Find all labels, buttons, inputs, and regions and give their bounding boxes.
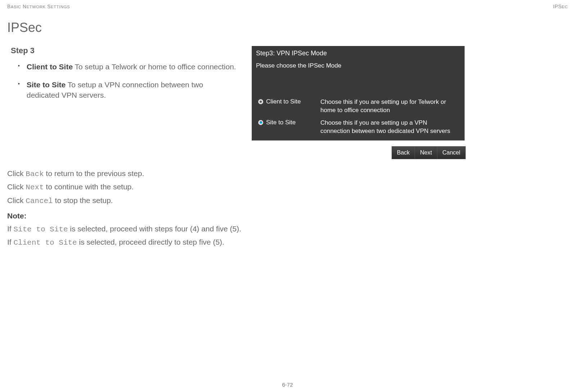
radio-label: Site to Site bbox=[266, 119, 296, 126]
cancel-button[interactable]: Cancel bbox=[437, 147, 465, 159]
list-item: Site to Site To setup a VPN connection b… bbox=[18, 80, 237, 100]
page-header: BASIC NETWORK SETTINGS IPSEC bbox=[7, 4, 568, 9]
radio-description: Choose this if you are setting up for Te… bbox=[320, 98, 458, 115]
button-bar: Back Next Cancel bbox=[392, 146, 466, 159]
bullet-list: Client to Site To setup a Telwork or hom… bbox=[7, 62, 237, 100]
instruction-next: Click Next to continue with the setup. bbox=[7, 181, 568, 193]
radio-option-client-to-site[interactable]: Client to Site Choose this if you are se… bbox=[252, 96, 465, 117]
note-client-to-site: If Client to Site is selected, proceed d… bbox=[7, 236, 568, 249]
page-number: 6-72 bbox=[282, 382, 293, 388]
bullet-term: Client to Site bbox=[27, 63, 73, 71]
next-button[interactable]: Next bbox=[415, 147, 437, 159]
header-right: IPSEC bbox=[553, 4, 568, 9]
list-item: Client to Site To setup a Telwork or hom… bbox=[18, 62, 237, 72]
radio-label: Client to Site bbox=[266, 98, 301, 105]
note-heading: Note: bbox=[7, 210, 568, 222]
panel-subtitle: Please choose the IPSec Mode bbox=[252, 60, 465, 74]
instruction-back: Click Back to return to the previous ste… bbox=[7, 168, 568, 180]
section-title: IPSec bbox=[7, 20, 568, 35]
panel-title: Step3: VPN IPSec Mode bbox=[252, 46, 465, 60]
note-site-to-site: If Site to Site is selected, proceed wit… bbox=[7, 223, 568, 235]
radio-description: Choose this if you are setting up a VPN … bbox=[320, 119, 458, 135]
radio-option-site-to-site[interactable]: Site to Site Choose this if you are sett… bbox=[252, 117, 465, 138]
instruction-cancel: Click Cancel to stop the setup. bbox=[7, 195, 568, 207]
bullet-term: Site to Site bbox=[27, 80, 66, 89]
radio-icon bbox=[258, 120, 263, 125]
back-button[interactable]: Back bbox=[392, 147, 415, 159]
radio-icon bbox=[258, 99, 263, 104]
header-left: BASIC NETWORK SETTINGS bbox=[7, 4, 70, 9]
instructions-block: Click Back to return to the previous ste… bbox=[7, 168, 568, 249]
bullet-text: To setup a Telwork or home to office con… bbox=[73, 63, 236, 71]
vpn-ipsec-panel: Step3: VPN IPSec Mode Please choose the … bbox=[252, 46, 465, 140]
step-heading: Step 3 bbox=[11, 46, 237, 55]
